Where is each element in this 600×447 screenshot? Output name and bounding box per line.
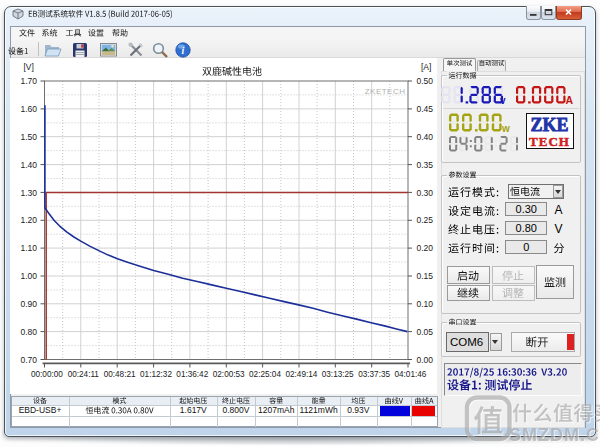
- svg-text:0.70: 0.70: [20, 355, 37, 365]
- svg-text:00:48:21: 00:48:21: [104, 370, 136, 379]
- svg-text:1121mWh: 1121mWh: [300, 405, 338, 415]
- svg-text:0.93V: 0.93V: [347, 405, 370, 415]
- svg-text:04:01:46: 04:01:46: [394, 370, 426, 379]
- svg-text:[A]: [A]: [421, 62, 431, 72]
- svg-text:1.60: 1.60: [20, 104, 37, 114]
- svg-text:0.00: 0.00: [417, 355, 434, 365]
- svg-text:COM6: COM6: [450, 336, 483, 348]
- svg-text:01:36:42: 01:36:42: [176, 370, 208, 379]
- svg-text:V: V: [555, 222, 563, 236]
- svg-text:1.40: 1.40: [20, 160, 37, 170]
- svg-text:00:00:00: 00:00:00: [31, 370, 63, 379]
- svg-text:A: A: [555, 203, 563, 217]
- svg-text:1.50: 1.50: [20, 132, 37, 142]
- svg-text:0.80: 0.80: [20, 327, 37, 337]
- svg-text:0.25: 0.25: [417, 215, 434, 225]
- svg-text:0.45: 0.45: [417, 104, 434, 114]
- svg-text:0.05: 0.05: [417, 327, 434, 337]
- svg-text:1.00: 1.00: [20, 271, 37, 281]
- svg-text:03:37:35: 03:37:35: [358, 370, 390, 379]
- svg-text:0.10: 0.10: [417, 299, 434, 309]
- svg-text:0.40: 0.40: [417, 132, 434, 142]
- svg-text:ZKETECH: ZKETECH: [365, 87, 406, 96]
- svg-text:02:49:14: 02:49:14: [285, 370, 317, 379]
- svg-text:1.30: 1.30: [20, 188, 37, 198]
- svg-text:1207mAh: 1207mAh: [258, 405, 295, 415]
- svg-text:ZKE: ZKE: [530, 115, 568, 135]
- svg-text:EBD-USB+: EBD-USB+: [19, 405, 62, 415]
- svg-text:0.30: 0.30: [417, 188, 434, 198]
- svg-text:1.10: 1.10: [20, 243, 37, 253]
- svg-text:A: A: [566, 94, 574, 106]
- svg-text:0.20: 0.20: [417, 243, 434, 253]
- svg-text:03:13:25: 03:13:25: [322, 370, 354, 379]
- svg-text:02:00:53: 02:00:53: [213, 370, 245, 379]
- svg-text:1.20: 1.20: [20, 215, 37, 225]
- svg-text:1.617V: 1.617V: [180, 405, 207, 415]
- svg-text:0.800V: 0.800V: [223, 405, 250, 415]
- svg-text:v: v: [500, 95, 506, 106]
- svg-text:i: i: [182, 45, 185, 56]
- svg-text:0.50: 0.50: [417, 76, 434, 86]
- svg-text:02:25:04: 02:25:04: [249, 370, 281, 379]
- svg-text:0.90: 0.90: [20, 299, 37, 309]
- svg-text:SMZDM.COM: SMZDM.COM: [509, 425, 600, 445]
- svg-text:01:12:32: 01:12:32: [140, 370, 172, 379]
- svg-text:1.70: 1.70: [20, 76, 37, 86]
- svg-text:TECH: TECH: [529, 134, 570, 149]
- svg-text:w: w: [501, 123, 510, 134]
- svg-text:00:24:11: 00:24:11: [68, 370, 100, 379]
- svg-text:0.35: 0.35: [417, 160, 434, 170]
- svg-text:[V]: [V]: [24, 62, 34, 72]
- svg-text:0.15: 0.15: [417, 271, 434, 281]
